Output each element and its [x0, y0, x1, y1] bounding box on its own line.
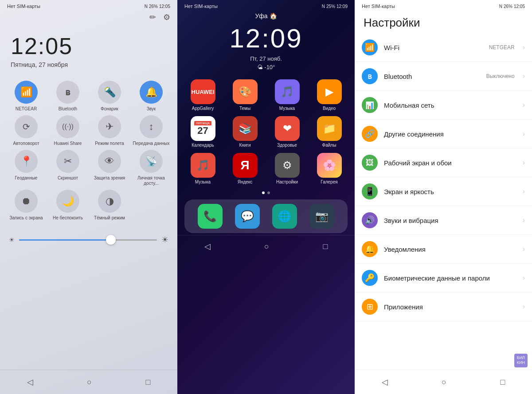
- video-icon: ▶: [317, 79, 342, 104]
- tile-flashlight[interactable]: 🔦 Фонарик: [90, 81, 129, 112]
- home-button-3[interactable]: ○: [434, 376, 454, 389]
- brightness-track[interactable]: [19, 239, 157, 241]
- sound-icon: 🔔: [140, 81, 163, 104]
- tile-dark-mode[interactable]: ◑ Тёмный режим: [90, 190, 129, 221]
- app-yandex[interactable]: Я Яндекс: [227, 153, 263, 184]
- recents-button-1[interactable]: □: [138, 376, 157, 389]
- bluetooth-settings-text: Bluetooth: [384, 73, 480, 80]
- settings-item-connections[interactable]: 🔗 Другие соединения ›: [355, 120, 532, 148]
- settings-item-apps[interactable]: ⊞ Приложения ›: [355, 293, 532, 321]
- bluetooth-value: Выключено: [486, 73, 515, 79]
- tile-sound[interactable]: 🔔 Звук: [132, 81, 170, 112]
- app-themes[interactable]: 🎨 Темы: [227, 79, 263, 111]
- chevron-right-icon: ›: [523, 187, 525, 195]
- tile-rotate[interactable]: ⟳ Автоповорот: [7, 115, 45, 146]
- settings-item-display[interactable]: 📱 Экран и яркость ›: [355, 177, 532, 206]
- tile-data-transfer[interactable]: ↕ Передача данных: [132, 115, 170, 146]
- tile-wifi[interactable]: 📶 NETGEAR: [7, 81, 45, 112]
- home-clock: 12:09: [177, 21, 355, 55]
- chevron-right-icon: ›: [523, 43, 525, 51]
- brightness-control[interactable]: ☀ ☀: [0, 228, 177, 252]
- app-label: AppGallery: [192, 106, 214, 111]
- chevron-right-icon: ›: [523, 303, 525, 311]
- back-button-3[interactable]: ◁: [375, 375, 395, 389]
- tile-hotspot[interactable]: 📡 Личная точка досту...: [132, 150, 170, 186]
- app-appgallery[interactable]: HUAWEI AppGallery: [184, 79, 221, 111]
- tile-huawei-share[interactable]: ((·)) Huawei Share: [49, 115, 87, 146]
- back-button-1[interactable]: ◁: [20, 375, 40, 389]
- app-calendar[interactable]: пятница 27 Календарь: [184, 116, 221, 148]
- chevron-right-icon: ›: [523, 72, 525, 80]
- app-music2[interactable]: 🎵 Музыка: [184, 153, 221, 184]
- settings-item-bluetooth[interactable]: ʙ Bluetooth Выключено ›: [355, 62, 532, 91]
- app-books[interactable]: 📚 Книги: [227, 116, 263, 148]
- books-icon: 📚: [233, 116, 258, 141]
- edit-icon[interactable]: ✏: [149, 12, 156, 22]
- recents-button-2[interactable]: □: [316, 240, 335, 253]
- status-bar-2: Нет SIM-карты N 25% 12:09: [177, 0, 355, 11]
- panel1-navigation: ◁ ○ □: [0, 370, 177, 394]
- app-music[interactable]: 🎵 Музыка: [269, 79, 305, 111]
- app-files[interactable]: 📁 Файлы: [311, 116, 348, 148]
- app-video[interactable]: ▶ Видео: [311, 79, 348, 111]
- settings-item-mobile[interactable]: 📊 Мобильная сеть ›: [355, 91, 532, 120]
- settings-item-notifications[interactable]: 🔔 Уведомления ›: [355, 235, 532, 264]
- recents-button-3[interactable]: □: [493, 376, 512, 389]
- settings-icon[interactable]: ⚙: [163, 12, 170, 22]
- settings-item-homescreen[interactable]: 🖼 Рабочий экран и обои ›: [355, 148, 532, 177]
- browser-icon: 🌐: [272, 204, 297, 229]
- dock-messages[interactable]: 💬: [235, 204, 260, 229]
- app-label: Видео: [323, 106, 336, 111]
- homescreen-settings-text: Рабочий экран и обои: [384, 159, 516, 167]
- chevron-right-icon: ›: [523, 130, 525, 138]
- tile-dark-label: Тёмный режим: [94, 215, 125, 221]
- dock-browser[interactable]: 🌐: [272, 204, 297, 229]
- connections-label: Другие соединения: [384, 130, 516, 138]
- connections-settings-icon: 🔗: [362, 126, 378, 142]
- status-bar-1: Нет SIM-карты N 26% 12:05: [0, 0, 177, 11]
- sounds-label: Звуки и вибрация: [384, 217, 516, 224]
- app-health[interactable]: ❤ Здоровье: [269, 116, 305, 148]
- back-button-2[interactable]: ◁: [197, 240, 218, 253]
- tile-record-label: Запись с экрана: [9, 215, 43, 221]
- app-gallery[interactable]: 🌸 Галерея: [311, 153, 348, 184]
- dock-camera[interactable]: 📷: [309, 204, 334, 229]
- wifi-icon: 📶: [15, 81, 38, 104]
- tile-screen-record[interactable]: ⏺ Запись с экрана: [7, 190, 45, 221]
- carrier-3: Нет SIM-карты: [362, 4, 395, 9]
- tile-eye-label: Защита зрения: [94, 176, 125, 181]
- chevron-right-icon: ›: [523, 101, 525, 109]
- tile-geodata[interactable]: 📍 Геоданные: [7, 150, 45, 186]
- app-label: Яндекс: [238, 179, 253, 184]
- settings-item-sounds[interactable]: 🔊 Звуки и вибрация ›: [355, 206, 532, 235]
- tile-sound-label: Звук: [147, 106, 156, 112]
- tile-bluetooth[interactable]: ʙ Bluetooth: [49, 81, 87, 112]
- chevron-right-icon: ›: [523, 274, 525, 282]
- wifi-settings-icon: 📶: [362, 39, 378, 55]
- tile-dnd[interactable]: 🌙 Не беспокоить: [49, 190, 87, 221]
- date-display: Пятница, 27 ноября: [0, 61, 177, 77]
- music-icon: 🎵: [275, 79, 300, 104]
- settings-list: 📶 Wi-Fi NETGEAR › ʙ Bluetooth Выключено …: [355, 33, 532, 370]
- app-label: Темы: [239, 106, 250, 111]
- home-button-2[interactable]: ○: [257, 240, 276, 253]
- app-settings[interactable]: ⚙ Настройки: [269, 153, 305, 184]
- tile-screenshot[interactable]: ✂ Скриншот: [49, 150, 87, 186]
- biometrics-label: Биометрические данные и пароли: [384, 274, 516, 282]
- settings-item-wifi[interactable]: 📶 Wi-Fi NETGEAR ›: [355, 33, 532, 62]
- sounds-settings-text: Звуки и вибрация: [384, 217, 516, 224]
- chevron-right-icon: ›: [523, 159, 525, 167]
- tile-airplane-label: Режим полета: [95, 141, 124, 146]
- brightness-thumb[interactable]: [106, 235, 116, 245]
- weather-display: 🌤 -10°: [177, 64, 355, 76]
- tile-eye-protect[interactable]: 👁 Защита зрения: [90, 150, 129, 186]
- home-button-1[interactable]: ○: [80, 376, 99, 389]
- settings-item-biometrics[interactable]: 🔑 Биометрические данные и пароли ›: [355, 264, 532, 293]
- settings-page-title: Настройки: [355, 11, 532, 33]
- tile-airplane[interactable]: ✈ Режим полета: [90, 115, 129, 146]
- status-icons-3: N 26% 12:05: [499, 4, 525, 9]
- page-dot-2: [267, 191, 270, 194]
- tile-rotate-label: Автоповорот: [13, 141, 39, 146]
- dock-phone[interactable]: 📞: [198, 204, 223, 229]
- files-icon: 📁: [317, 116, 342, 141]
